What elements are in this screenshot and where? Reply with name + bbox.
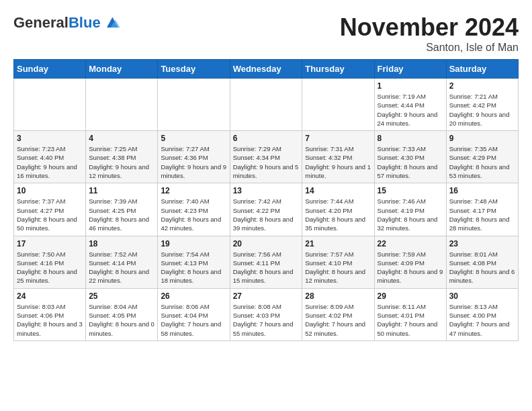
calendar-day-cell: 10Sunrise: 7:37 AMSunset: 4:27 PMDayligh… [14,183,86,236]
calendar-day-cell: 16Sunrise: 7:48 AMSunset: 4:17 PMDayligh… [446,183,518,236]
day-info: Sunrise: 7:33 AMSunset: 4:30 PMDaylight:… [378,144,443,180]
calendar-day-cell: 1Sunrise: 7:19 AMSunset: 4:44 PMDaylight… [374,79,446,131]
calendar-header-row: SundayMondayTuesdayWednesdayThursdayFrid… [14,60,519,79]
day-info: Sunrise: 7:50 AMSunset: 4:16 PMDaylight:… [17,250,83,285]
day-number: 14 [305,186,371,195]
day-info: Sunrise: 7:19 AMSunset: 4:44 PMDaylight:… [378,92,443,128]
day-number: 25 [89,291,154,301]
calendar-week-row: 24Sunrise: 8:03 AMSunset: 4:06 PMDayligh… [14,288,519,340]
calendar-day-cell: 20Sunrise: 7:56 AMSunset: 4:11 PMDayligh… [230,236,302,288]
day-number: 8 [378,134,443,143]
day-number: 13 [233,186,300,195]
day-info: Sunrise: 7:46 AMSunset: 4:19 PMDaylight:… [378,197,443,232]
day-number: 10 [17,186,83,195]
day-info: Sunrise: 7:57 AMSunset: 4:10 PMDaylight:… [305,250,371,285]
day-number: 5 [161,134,226,143]
calendar-day-cell: 9Sunrise: 7:35 AMSunset: 4:29 PMDaylight… [446,131,518,183]
calendar-day-header: Tuesday [158,60,230,79]
calendar-day-cell: 8Sunrise: 7:33 AMSunset: 4:30 PMDaylight… [374,131,446,183]
calendar-day-cell: 12Sunrise: 7:40 AMSunset: 4:23 PMDayligh… [158,183,230,236]
location: Santon, Isle of Man [340,42,519,54]
calendar-day-cell: 17Sunrise: 7:50 AMSunset: 4:16 PMDayligh… [14,236,86,288]
day-info: Sunrise: 7:27 AMSunset: 4:36 PMDaylight:… [161,144,226,180]
calendar-empty-cell [14,79,86,131]
day-number: 29 [378,291,443,301]
day-info: Sunrise: 7:40 AMSunset: 4:23 PMDaylight:… [161,197,226,232]
calendar: SundayMondayTuesdayWednesdayThursdayFrid… [13,59,519,341]
day-info: Sunrise: 7:54 AMSunset: 4:13 PMDaylight:… [161,250,226,285]
calendar-day-cell: 26Sunrise: 8:06 AMSunset: 4:04 PMDayligh… [158,288,230,340]
calendar-day-header: Friday [374,60,446,79]
calendar-week-row: 10Sunrise: 7:37 AMSunset: 4:27 PMDayligh… [14,183,519,236]
day-number: 27 [233,291,300,301]
day-number: 16 [449,186,515,195]
logo-icon [102,13,121,32]
calendar-day-cell: 22Sunrise: 7:59 AMSunset: 4:09 PMDayligh… [374,236,446,288]
calendar-day-cell: 6Sunrise: 7:29 AMSunset: 4:34 PMDaylight… [230,131,302,183]
calendar-day-cell: 21Sunrise: 7:57 AMSunset: 4:10 PMDayligh… [302,236,374,288]
calendar-day-cell: 4Sunrise: 7:25 AMSunset: 4:38 PMDaylight… [86,131,158,183]
calendar-day-header: Wednesday [230,60,302,79]
day-info: Sunrise: 7:35 AMSunset: 4:29 PMDaylight:… [449,144,515,180]
calendar-day-cell: 24Sunrise: 8:03 AMSunset: 4:06 PMDayligh… [14,288,86,340]
day-info: Sunrise: 8:06 AMSunset: 4:04 PMDaylight:… [161,302,226,338]
day-info: Sunrise: 7:59 AMSunset: 4:09 PMDaylight:… [378,250,443,285]
title-area: November 2024 Santon, Isle of Man [340,13,519,54]
calendar-empty-cell [302,79,374,131]
day-info: Sunrise: 7:23 AMSunset: 4:40 PMDaylight:… [17,144,83,180]
logo-general-text: General [13,14,69,31]
day-number: 18 [89,239,154,248]
day-info: Sunrise: 8:03 AMSunset: 4:06 PMDaylight:… [17,302,83,338]
day-number: 19 [161,239,226,248]
calendar-day-cell: 14Sunrise: 7:44 AMSunset: 4:20 PMDayligh… [302,183,374,236]
calendar-week-row: 1Sunrise: 7:19 AMSunset: 4:44 PMDaylight… [14,79,519,131]
calendar-day-header: Thursday [302,60,374,79]
day-info: Sunrise: 8:08 AMSunset: 4:03 PMDaylight:… [233,302,300,338]
day-info: Sunrise: 7:42 AMSunset: 4:22 PMDaylight:… [233,197,300,232]
day-number: 7 [305,134,371,143]
day-info: Sunrise: 8:04 AMSunset: 4:05 PMDaylight:… [89,302,154,338]
day-info: Sunrise: 7:37 AMSunset: 4:27 PMDaylight:… [17,197,83,232]
month-title: November 2024 [340,13,519,42]
day-info: Sunrise: 7:25 AMSunset: 4:38 PMDaylight:… [89,144,154,180]
calendar-day-cell: 29Sunrise: 8:11 AMSunset: 4:01 PMDayligh… [374,288,446,340]
calendar-day-cell: 3Sunrise: 7:23 AMSunset: 4:40 PMDaylight… [14,131,86,183]
calendar-day-cell: 11Sunrise: 7:39 AMSunset: 4:25 PMDayligh… [86,183,158,236]
day-info: Sunrise: 8:01 AMSunset: 4:08 PMDaylight:… [449,250,515,285]
day-info: Sunrise: 8:13 AMSunset: 4:00 PMDaylight:… [449,302,515,338]
day-number: 3 [17,134,83,143]
calendar-day-header: Saturday [446,60,518,79]
day-number: 23 [449,239,515,248]
day-info: Sunrise: 7:44 AMSunset: 4:20 PMDaylight:… [305,197,371,232]
calendar-day-cell: 27Sunrise: 8:08 AMSunset: 4:03 PMDayligh… [230,288,302,340]
calendar-day-header: Sunday [14,60,86,79]
day-number: 24 [17,291,83,301]
day-info: Sunrise: 7:21 AMSunset: 4:42 PMDaylight:… [449,92,515,128]
logo: GeneralBlue [13,13,121,32]
calendar-empty-cell [158,79,230,131]
day-info: Sunrise: 7:31 AMSunset: 4:32 PMDaylight:… [305,144,371,180]
day-number: 22 [378,239,443,248]
day-info: Sunrise: 7:39 AMSunset: 4:25 PMDaylight:… [89,197,154,232]
day-info: Sunrise: 7:48 AMSunset: 4:17 PMDaylight:… [449,197,515,232]
calendar-day-cell: 28Sunrise: 8:09 AMSunset: 4:02 PMDayligh… [302,288,374,340]
calendar-day-cell: 15Sunrise: 7:46 AMSunset: 4:19 PMDayligh… [374,183,446,236]
day-number: 12 [161,186,226,195]
day-info: Sunrise: 7:29 AMSunset: 4:34 PMDaylight:… [233,144,300,180]
logo-blue-text: Blue [69,14,101,31]
calendar-day-cell: 18Sunrise: 7:52 AMSunset: 4:14 PMDayligh… [86,236,158,288]
day-number: 1 [378,81,443,91]
day-number: 17 [17,239,83,248]
day-number: 11 [89,186,154,195]
day-number: 26 [161,291,226,301]
calendar-day-cell: 7Sunrise: 7:31 AMSunset: 4:32 PMDaylight… [302,131,374,183]
day-number: 2 [449,81,515,91]
day-number: 15 [378,186,443,195]
day-number: 30 [449,291,515,301]
day-number: 9 [449,134,515,143]
calendar-day-cell: 30Sunrise: 8:13 AMSunset: 4:00 PMDayligh… [446,288,518,340]
calendar-day-cell: 25Sunrise: 8:04 AMSunset: 4:05 PMDayligh… [86,288,158,340]
day-info: Sunrise: 8:09 AMSunset: 4:02 PMDaylight:… [305,302,371,338]
calendar-empty-cell [230,79,302,131]
header: GeneralBlue November 2024 Santon, Isle o… [13,13,519,54]
